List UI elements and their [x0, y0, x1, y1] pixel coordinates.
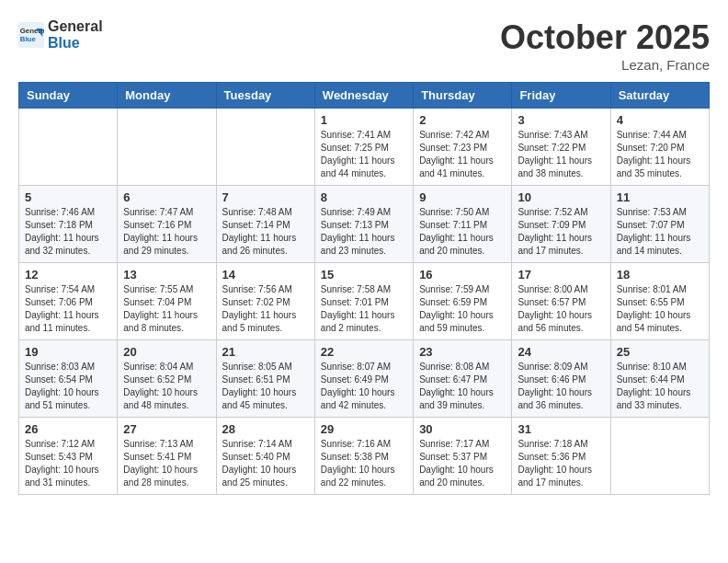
column-header-thursday: Thursday: [414, 83, 512, 109]
day-info: Sunrise: 8:07 AM Sunset: 6:49 PM Dayligh…: [321, 361, 407, 412]
day-number: 10: [518, 190, 604, 204]
calendar-day-27: 27Sunrise: 7:13 AM Sunset: 5:41 PM Dayli…: [118, 418, 216, 495]
calendar-empty-cell: [118, 109, 216, 186]
column-header-friday: Friday: [512, 83, 610, 109]
day-info: Sunrise: 7:59 AM Sunset: 6:59 PM Dayligh…: [419, 283, 506, 335]
day-number: 22: [321, 345, 407, 359]
day-info: Sunrise: 8:05 AM Sunset: 6:51 PM Dayligh…: [222, 361, 309, 412]
day-number: 16: [419, 268, 506, 282]
calendar-week-row: 12Sunrise: 7:54 AM Sunset: 7:06 PM Dayli…: [19, 263, 710, 340]
day-number: 12: [25, 268, 111, 282]
day-number: 9: [419, 190, 506, 204]
column-header-sunday: Sunday: [19, 83, 118, 109]
day-info: Sunrise: 7:50 AM Sunset: 7:11 PM Dayligh…: [419, 206, 506, 258]
calendar-day-5: 5Sunrise: 7:46 AM Sunset: 7:18 PM Daylig…: [19, 186, 118, 263]
day-number: 1: [321, 113, 407, 127]
day-info: Sunrise: 7:53 AM Sunset: 7:07 PM Dayligh…: [617, 206, 703, 258]
column-header-saturday: Saturday: [610, 83, 709, 109]
day-info: Sunrise: 7:44 AM Sunset: 7:20 PM Dayligh…: [617, 129, 703, 180]
calendar-day-17: 17Sunrise: 8:00 AM Sunset: 6:57 PM Dayli…: [512, 263, 610, 340]
day-number: 8: [321, 190, 407, 204]
calendar-week-row: 5Sunrise: 7:46 AM Sunset: 7:18 PM Daylig…: [19, 186, 710, 263]
day-number: 26: [25, 422, 111, 436]
day-number: 4: [617, 113, 703, 127]
calendar-day-31: 31Sunrise: 7:18 AM Sunset: 5:36 PM Dayli…: [512, 418, 610, 495]
day-info: Sunrise: 7:13 AM Sunset: 5:41 PM Dayligh…: [123, 438, 210, 489]
day-number: 6: [123, 190, 210, 204]
day-info: Sunrise: 7:43 AM Sunset: 7:22 PM Dayligh…: [518, 129, 604, 180]
day-number: 13: [123, 268, 210, 282]
month-title: October 2025: [500, 18, 710, 57]
day-info: Sunrise: 7:18 AM Sunset: 5:36 PM Dayligh…: [518, 438, 604, 489]
day-number: 2: [419, 113, 506, 127]
day-number: 24: [518, 345, 604, 359]
day-number: 11: [617, 190, 703, 204]
calendar-day-19: 19Sunrise: 8:03 AM Sunset: 6:54 PM Dayli…: [19, 340, 118, 418]
day-info: Sunrise: 7:17 AM Sunset: 5:37 PM Dayligh…: [419, 438, 506, 489]
day-number: 20: [123, 345, 210, 359]
calendar-day-18: 18Sunrise: 8:01 AM Sunset: 6:55 PM Dayli…: [610, 263, 709, 340]
calendar-week-row: 26Sunrise: 7:12 AM Sunset: 5:43 PM Dayli…: [19, 418, 710, 495]
calendar-day-3: 3Sunrise: 7:43 AM Sunset: 7:22 PM Daylig…: [512, 109, 610, 186]
calendar-day-4: 4Sunrise: 7:44 AM Sunset: 7:20 PM Daylig…: [610, 109, 709, 186]
calendar-week-row: 19Sunrise: 8:03 AM Sunset: 6:54 PM Dayli…: [19, 340, 710, 418]
calendar-day-2: 2Sunrise: 7:42 AM Sunset: 7:23 PM Daylig…: [414, 109, 512, 186]
day-info: Sunrise: 8:01 AM Sunset: 6:55 PM Dayligh…: [617, 283, 703, 335]
day-info: Sunrise: 7:52 AM Sunset: 7:09 PM Dayligh…: [518, 206, 604, 258]
day-info: Sunrise: 7:58 AM Sunset: 7:01 PM Dayligh…: [321, 283, 407, 335]
column-header-monday: Monday: [118, 83, 216, 109]
calendar-day-12: 12Sunrise: 7:54 AM Sunset: 7:06 PM Dayli…: [19, 263, 118, 340]
day-info: Sunrise: 7:12 AM Sunset: 5:43 PM Dayligh…: [25, 438, 111, 489]
calendar-day-28: 28Sunrise: 7:14 AM Sunset: 5:40 PM Dayli…: [216, 418, 314, 495]
day-info: Sunrise: 7:54 AM Sunset: 7:06 PM Dayligh…: [25, 283, 111, 335]
day-info: Sunrise: 7:47 AM Sunset: 7:16 PM Dayligh…: [123, 206, 210, 258]
calendar-day-16: 16Sunrise: 7:59 AM Sunset: 6:59 PM Dayli…: [414, 263, 512, 340]
calendar-day-25: 25Sunrise: 8:10 AM Sunset: 6:44 PM Dayli…: [610, 340, 709, 418]
calendar-day-7: 7Sunrise: 7:48 AM Sunset: 7:14 PM Daylig…: [216, 186, 314, 263]
calendar-week-row: 1Sunrise: 7:41 AM Sunset: 7:25 PM Daylig…: [19, 109, 710, 186]
calendar-empty-cell: [19, 109, 118, 186]
day-number: 18: [617, 268, 703, 282]
day-number: 31: [518, 422, 604, 436]
calendar-day-29: 29Sunrise: 7:16 AM Sunset: 5:38 PM Dayli…: [314, 418, 413, 495]
day-info: Sunrise: 8:00 AM Sunset: 6:57 PM Dayligh…: [518, 283, 604, 335]
day-info: Sunrise: 7:41 AM Sunset: 7:25 PM Dayligh…: [321, 129, 407, 180]
day-number: 27: [123, 422, 210, 436]
day-number: 19: [25, 345, 111, 359]
svg-text:Blue: Blue: [20, 35, 37, 43]
logo: General Blue General Blue: [18, 18, 103, 52]
calendar-empty-cell: [216, 109, 314, 186]
day-info: Sunrise: 8:08 AM Sunset: 6:47 PM Dayligh…: [419, 361, 506, 412]
day-info: Sunrise: 7:14 AM Sunset: 5:40 PM Dayligh…: [222, 438, 309, 489]
day-number: 21: [222, 345, 309, 359]
calendar-day-15: 15Sunrise: 7:58 AM Sunset: 7:01 PM Dayli…: [314, 263, 413, 340]
day-number: 15: [321, 268, 407, 282]
day-info: Sunrise: 7:48 AM Sunset: 7:14 PM Dayligh…: [222, 206, 309, 258]
day-info: Sunrise: 8:10 AM Sunset: 6:44 PM Dayligh…: [617, 361, 703, 412]
day-info: Sunrise: 7:55 AM Sunset: 7:04 PM Dayligh…: [123, 283, 210, 335]
calendar-day-1: 1Sunrise: 7:41 AM Sunset: 7:25 PM Daylig…: [314, 109, 413, 186]
day-info: Sunrise: 8:09 AM Sunset: 6:46 PM Dayligh…: [518, 361, 604, 412]
calendar-day-14: 14Sunrise: 7:56 AM Sunset: 7:02 PM Dayli…: [216, 263, 314, 340]
day-number: 7: [222, 190, 309, 204]
day-number: 5: [25, 190, 111, 204]
calendar-day-23: 23Sunrise: 8:08 AM Sunset: 6:47 PM Dayli…: [414, 340, 512, 418]
calendar-day-22: 22Sunrise: 8:07 AM Sunset: 6:49 PM Dayli…: [314, 340, 413, 418]
calendar-day-9: 9Sunrise: 7:50 AM Sunset: 7:11 PM Daylig…: [414, 186, 512, 263]
calendar-day-24: 24Sunrise: 8:09 AM Sunset: 6:46 PM Dayli…: [512, 340, 610, 418]
day-number: 28: [222, 422, 309, 436]
day-info: Sunrise: 7:46 AM Sunset: 7:18 PM Dayligh…: [25, 206, 111, 258]
day-info: Sunrise: 7:49 AM Sunset: 7:13 PM Dayligh…: [321, 206, 407, 258]
day-info: Sunrise: 8:03 AM Sunset: 6:54 PM Dayligh…: [25, 361, 111, 412]
day-info: Sunrise: 7:42 AM Sunset: 7:23 PM Dayligh…: [419, 129, 506, 180]
logo-blue: Blue: [48, 35, 103, 52]
title-area: October 2025 Lezan, France: [500, 18, 710, 73]
day-number: 17: [518, 268, 604, 282]
day-number: 25: [617, 345, 703, 359]
day-number: 14: [222, 268, 309, 282]
calendar-day-13: 13Sunrise: 7:55 AM Sunset: 7:04 PM Dayli…: [118, 263, 216, 340]
day-info: Sunrise: 8:04 AM Sunset: 6:52 PM Dayligh…: [123, 361, 210, 412]
day-number: 29: [321, 422, 407, 436]
calendar: SundayMondayTuesdayWednesdayThursdayFrid…: [18, 82, 710, 495]
calendar-header-row: SundayMondayTuesdayWednesdayThursdayFrid…: [19, 83, 710, 109]
